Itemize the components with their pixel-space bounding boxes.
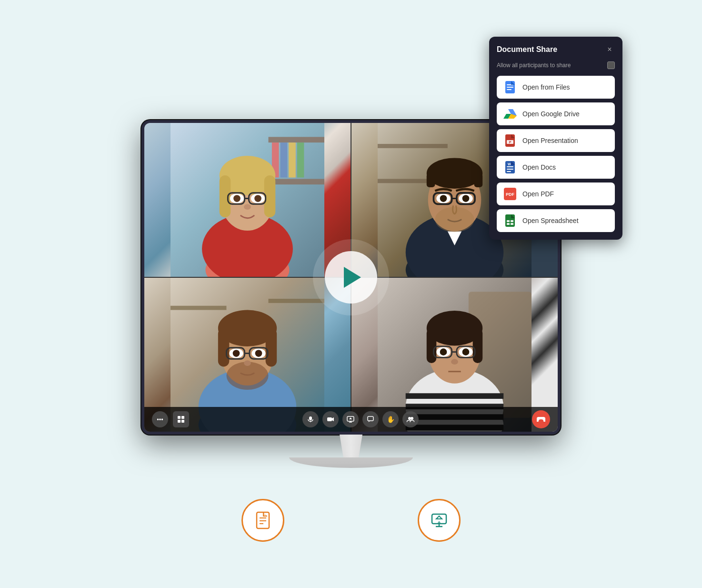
svg-rect-78 <box>178 416 181 419</box>
svg-rect-11 <box>220 175 231 217</box>
svg-rect-80 <box>178 420 181 423</box>
svg-point-56 <box>244 360 251 366</box>
docs-icon: W <box>503 161 517 174</box>
screen-share-button[interactable] <box>342 411 359 427</box>
bottom-icons <box>89 499 613 542</box>
gdrive-icon <box>503 107 517 121</box>
presentation-icon: P <box>503 134 517 147</box>
svg-marker-89 <box>349 417 352 419</box>
pdf-icon: PDF <box>503 187 517 201</box>
svg-point-16 <box>254 195 261 202</box>
svg-rect-67 <box>427 328 437 363</box>
svg-rect-4 <box>281 142 288 177</box>
files-icon <box>503 81 517 94</box>
svg-rect-1 <box>269 137 324 142</box>
svg-rect-5 <box>289 142 296 177</box>
svg-point-76 <box>451 359 458 365</box>
svg-text:P: P <box>509 141 511 144</box>
play-outer-circle <box>313 239 389 315</box>
svg-point-35 <box>462 195 470 202</box>
panel-title: Document Share <box>497 45 557 54</box>
svg-marker-128 <box>437 521 441 524</box>
svg-rect-22 <box>378 144 448 148</box>
svg-rect-118 <box>507 223 510 225</box>
open-docs-button[interactable]: W Open Docs <box>497 156 615 179</box>
svg-rect-29 <box>427 173 435 187</box>
end-call-button[interactable] <box>532 410 550 428</box>
play-inner-circle <box>325 251 377 304</box>
svg-rect-119 <box>511 223 513 225</box>
svg-rect-30 <box>474 173 483 187</box>
spreadsheet-icon <box>503 214 517 227</box>
svg-rect-117 <box>511 220 513 222</box>
mute-button[interactable] <box>302 411 319 427</box>
mic-icon <box>307 416 314 423</box>
grid-icon <box>177 416 185 423</box>
svg-rect-116 <box>507 220 510 222</box>
open-pdf-button[interactable]: PDF Open PDF <box>497 182 615 205</box>
more-options-icon: ••• <box>157 416 163 423</box>
svg-point-34 <box>440 195 447 202</box>
open-gdrive-button[interactable]: Open Google Drive <box>497 102 615 125</box>
open-docs-label: Open Docs <box>522 163 556 171</box>
close-icon: × <box>607 45 612 54</box>
svg-marker-129 <box>436 516 442 519</box>
hand-raise-button[interactable]: ✋ <box>382 411 399 427</box>
allow-share-checkbox[interactable] <box>607 61 615 69</box>
screen-share-icon <box>347 416 354 423</box>
open-presentation-label: Open Presentation <box>522 137 578 144</box>
svg-text:PDF: PDF <box>506 192 515 197</box>
svg-rect-108 <box>507 166 513 167</box>
open-spreadsheet-button[interactable]: Open Spreadsheet <box>497 209 615 232</box>
more-options-button[interactable]: ••• <box>152 411 168 427</box>
open-presentation-button[interactable]: P Open Presentation <box>497 129 615 152</box>
stand-base <box>289 457 413 468</box>
svg-point-71 <box>440 348 447 355</box>
play-icon <box>344 267 361 288</box>
svg-rect-90 <box>368 416 373 421</box>
svg-rect-2 <box>269 179 324 184</box>
doc-circle-icon <box>241 499 284 542</box>
play-button[interactable] <box>313 239 389 315</box>
scene: ••• <box>89 32 613 556</box>
svg-point-52 <box>255 350 262 357</box>
open-gdrive-label: Open Google Drive <box>522 110 580 118</box>
grid-view-button[interactable] <box>173 411 189 427</box>
svg-rect-68 <box>473 328 483 363</box>
svg-rect-61 <box>406 393 504 399</box>
svg-rect-84 <box>327 417 332 421</box>
document-share-panel: Document Share × Allow all participants … <box>489 37 622 240</box>
present-circle-icon <box>418 499 461 542</box>
monitor-stand <box>289 435 413 468</box>
panel-header: Document Share × <box>497 44 615 55</box>
camera-button[interactable] <box>322 411 339 427</box>
camera-icon <box>327 416 334 422</box>
present-share-icon <box>429 510 449 530</box>
svg-point-72 <box>462 348 470 355</box>
chat-icon <box>367 416 374 423</box>
svg-point-93 <box>411 417 413 420</box>
open-pdf-label: Open PDF <box>522 190 554 198</box>
svg-point-31 <box>435 207 474 232</box>
svg-rect-109 <box>507 169 513 170</box>
svg-point-51 <box>233 350 240 357</box>
svg-rect-40 <box>170 306 226 310</box>
center-controls: ✋ <box>302 411 419 427</box>
svg-text:W: W <box>508 162 511 166</box>
svg-rect-81 <box>181 420 184 423</box>
open-files-button[interactable]: Open from Files <box>497 76 615 99</box>
svg-rect-46 <box>218 328 229 367</box>
svg-rect-96 <box>507 87 513 88</box>
panel-close-button[interactable]: × <box>604 44 615 55</box>
svg-rect-97 <box>507 89 511 90</box>
svg-point-15 <box>233 195 241 202</box>
participants-button[interactable] <box>402 411 419 427</box>
open-spreadsheet-label: Open Spreadsheet <box>522 217 579 224</box>
svg-rect-110 <box>507 171 511 172</box>
chat-button[interactable] <box>362 411 379 427</box>
stand-neck <box>332 435 370 457</box>
svg-point-20 <box>244 204 251 210</box>
panel-subtitle: Allow all participants to share <box>497 61 615 69</box>
participants-icon <box>407 416 414 422</box>
svg-rect-82 <box>309 416 312 420</box>
